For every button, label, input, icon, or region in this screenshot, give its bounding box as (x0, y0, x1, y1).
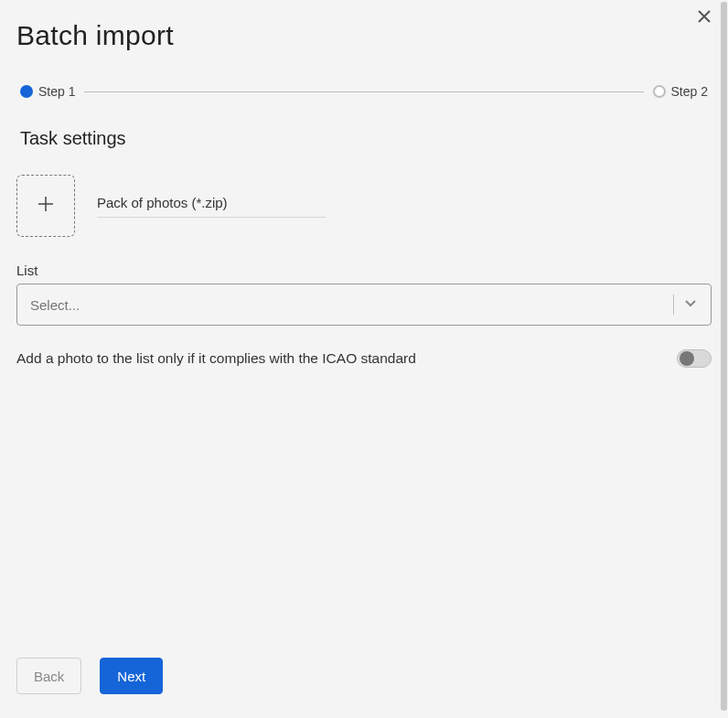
step-2-dot-icon (653, 85, 666, 98)
step-1[interactable]: Step 1 (20, 84, 75, 99)
icao-toggle-label: Add a photo to the list only if it compl… (16, 350, 416, 367)
step-1-dot-icon (20, 85, 33, 98)
close-icon (697, 11, 712, 27)
step-2-label: Step 2 (671, 84, 708, 99)
batch-import-modal: Batch import Step 1 Step 2 Task settings… (0, 0, 728, 718)
icao-toggle-row: Add a photo to the list only if it compl… (16, 349, 712, 368)
scrollbar-track[interactable] (721, 0, 727, 718)
page-title: Batch import (16, 20, 712, 51)
upload-label: Pack of photos (*.zip) (97, 195, 228, 210)
chevron-down-icon (683, 295, 698, 314)
list-select[interactable]: Select... (16, 284, 712, 326)
list-field-label: List (16, 263, 712, 278)
toggle-knob-icon (680, 351, 694, 366)
section-title: Task settings (20, 128, 708, 149)
footer: Back Next (16, 658, 712, 694)
spacer (16, 368, 712, 658)
list-select-placeholder: Select... (30, 297, 668, 313)
step-1-label: Step 1 (38, 84, 75, 99)
plus-icon (37, 195, 55, 217)
upload-row: Pack of photos (*.zip) (16, 175, 712, 237)
icao-toggle[interactable] (677, 349, 712, 368)
select-divider (673, 295, 674, 315)
next-button[interactable]: Next (100, 658, 163, 694)
scrollbar-thumb[interactable] (721, 2, 727, 711)
back-button[interactable]: Back (16, 658, 81, 694)
upload-dropzone[interactable] (16, 175, 75, 237)
stepper: Step 1 Step 2 (20, 84, 708, 99)
list-select-wrap: Select... (16, 284, 712, 326)
step-2[interactable]: Step 2 (653, 84, 708, 99)
close-button[interactable] (693, 5, 715, 31)
step-divider (84, 91, 643, 92)
upload-label-wrap: Pack of photos (*.zip) (97, 195, 326, 218)
